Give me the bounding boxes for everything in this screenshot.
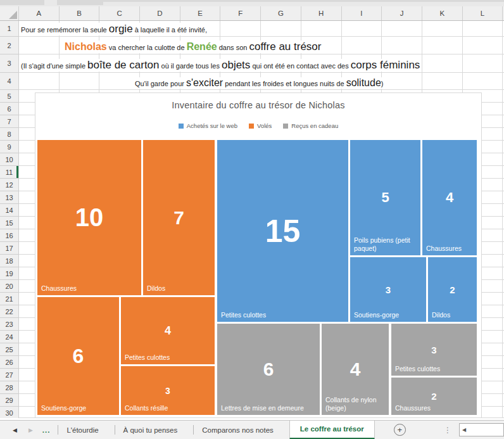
treemap-block-web-petites-culottes[interactable]: 15 Petites culottes	[217, 140, 348, 322]
row-header-14[interactable]: 14	[0, 204, 18, 217]
row-header-10[interactable]: 10	[0, 153, 18, 166]
legend-swatch-orange-icon	[249, 124, 254, 129]
row-header-4[interactable]: 4	[0, 73, 18, 90]
row-header-20[interactable]: 20	[0, 280, 18, 293]
sheet-overflow-indicator[interactable]: ...	[42, 426, 51, 434]
row-headers: 1 2 3 4 5 6 7 8 9 10 11 12 13 14 15 16 1…	[0, 21, 19, 418]
treemap-block-voles-collants-resille[interactable]: 3 Collants résille	[121, 366, 215, 415]
cell-text-segment: va chercher la culotte de	[107, 44, 187, 51]
row-header-3[interactable]: 3	[0, 54, 18, 73]
cell-text-segment: à laquelle il a été invité,	[133, 26, 207, 34]
row-header-24[interactable]: 24	[0, 331, 18, 343]
treemap-value: 4	[422, 140, 477, 255]
treemap-block-web-poils-pubiens[interactable]: 5 Poils pubiens (petit paquet)	[350, 140, 420, 255]
row-header-1[interactable]: 1	[0, 21, 18, 37]
row-header-25[interactable]: 25	[0, 343, 18, 356]
treemap-block-cadeau-petites-culottes[interactable]: 3 Petites culottes	[391, 324, 477, 376]
row-header-11-selected[interactable]: 11	[0, 166, 18, 179]
sheet-nav-right-icon[interactable]: ▶	[28, 427, 33, 433]
sheet-tab-comparons-nos-notes[interactable]: Comparons nos notes	[194, 421, 282, 439]
column-header-C[interactable]: C	[99, 6, 140, 20]
row-header-8[interactable]: 8	[0, 128, 18, 141]
row-header-16[interactable]: 16	[0, 229, 18, 242]
cell-row4-text[interactable]: Qu'il garde pour s'exciter pendant les f…	[133, 77, 385, 89]
chart-title[interactable]: Inventaire du coffre au trésor de Nichol…	[35, 100, 481, 110]
column-header-J[interactable]: J	[382, 6, 422, 20]
row-header-12[interactable]: 12	[0, 179, 18, 191]
column-header-G[interactable]: G	[261, 6, 301, 20]
column-header-L[interactable]: L	[463, 6, 503, 20]
sheet-tab-le-coffre-au-tresor-active[interactable]: Le coffre au trésor	[289, 421, 375, 439]
treemap-block-web-chaussures[interactable]: 4 Chaussures	[422, 140, 477, 255]
cell-text-segment: Qu'il garde pour	[135, 80, 186, 87]
row-header-26[interactable]: 26	[0, 356, 18, 369]
cell-row1-text[interactable]: Pour se remémorer la seule orgie à laque…	[19, 23, 209, 35]
legend-item-cadeau[interactable]: Reçus en cadeau	[283, 122, 338, 129]
row-header-7[interactable]: 7	[0, 115, 18, 128]
select-all-corner[interactable]	[0, 6, 19, 20]
cell-text-segment: (Il s'agit d'une simple	[21, 62, 87, 70]
treemap-block-cadeau-collants-nylon[interactable]: 4 Collants de nylon (beige)	[322, 324, 389, 415]
treemap-label: Chaussures	[395, 404, 474, 412]
legend-item-web[interactable]: Achetés sur le web	[179, 122, 237, 129]
row-header-23[interactable]: 23	[0, 318, 18, 331]
column-header-B[interactable]: B	[60, 6, 100, 20]
row-header-13[interactable]: 13	[0, 191, 18, 204]
row-header-21[interactable]: 21	[0, 293, 18, 305]
horizontal-scrollbar[interactable]: ◀	[459, 423, 504, 436]
more-options-icon[interactable]: ⋮	[444, 426, 451, 435]
column-header-K[interactable]: K	[422, 6, 463, 20]
cell-row3-text[interactable]: (Il s'agit d'une simple boîte de carton …	[19, 59, 422, 72]
scroll-left-icon: ◀	[462, 427, 466, 433]
treemap-block-voles-petites-culottes[interactable]: 4 Petites culottes	[121, 297, 215, 364]
legend-item-voles[interactable]: Volés	[249, 122, 272, 129]
treemap-block-voles-dildos[interactable]: 7 Dildos	[143, 140, 215, 295]
treemap-value: 15	[217, 140, 348, 322]
row-header-2[interactable]: 2	[0, 37, 18, 54]
cell-text-segment: objets	[222, 59, 250, 71]
treemap-block-cadeau-lettres[interactable]: 6 Lettres de mise en demeure	[217, 324, 320, 415]
treemap-label: Poils pubiens (petit paquet)	[354, 236, 418, 253]
treemap-label: Collants résille	[125, 404, 212, 412]
formula-input-remnant	[103, 0, 504, 2]
cell-text-segment: pendant les froides et longues nuits de	[223, 80, 346, 87]
treemap-block-voles-chaussures[interactable]: 10 Chaussures	[37, 140, 141, 295]
column-header-A[interactable]: A	[19, 6, 60, 20]
row-header-9[interactable]: 9	[0, 141, 18, 153]
row-header-6[interactable]: 6	[0, 103, 18, 115]
treemap-block-web-dildos[interactable]: 2 Dildos	[428, 257, 477, 322]
sheet-nav-left-icon[interactable]: ◀	[13, 427, 17, 433]
treemap-block-voles-soutiens-gorge[interactable]: 6 Soutiens-gorge	[37, 297, 119, 415]
row-header-18[interactable]: 18	[0, 255, 18, 267]
treemap-block-web-soutiens-gorge[interactable]: 3 Soutiens-gorge	[350, 257, 426, 322]
row-header-28[interactable]: 28	[0, 381, 18, 394]
treemap-value: 7	[143, 140, 215, 295]
sheet-tab-letourdie[interactable]: L'étourdie	[58, 421, 106, 439]
select-all-triangle-icon	[9, 11, 17, 19]
formula-bar-remnant	[0, 0, 504, 6]
new-sheet-button[interactable]: +	[394, 424, 406, 436]
row-header-17[interactable]: 17	[0, 242, 18, 255]
column-headers: A B C D E F G H I J K L	[0, 6, 504, 21]
row-header-22[interactable]: 22	[0, 305, 18, 318]
column-header-I[interactable]: I	[342, 6, 382, 20]
column-header-D[interactable]: D	[140, 6, 180, 20]
treemap-label: Collants de nylon (beige)	[325, 396, 386, 412]
row-header-15[interactable]: 15	[0, 217, 18, 229]
row-header-5[interactable]: 5	[0, 90, 18, 103]
treemap-block-cadeau-chaussures[interactable]: 2 Chaussures	[391, 378, 477, 415]
column-header-H[interactable]: H	[301, 6, 342, 20]
column-header-E[interactable]: E	[180, 6, 221, 20]
cell-row2-text[interactable]: Nicholas va chercher la culotte de Renée…	[63, 41, 323, 53]
treemap-chart[interactable]: Inventaire du coffre au trésor de Nichol…	[35, 92, 482, 418]
row-header-30[interactable]: 30	[0, 407, 18, 418]
row-header-27[interactable]: 27	[0, 369, 18, 381]
row-header-19[interactable]: 19	[0, 267, 18, 280]
row-header-29[interactable]: 29	[0, 394, 18, 407]
sheet-tab-a-quoi-tu-penses[interactable]: À quoi tu penses	[115, 421, 186, 439]
cell-text-segment: s'exciter	[186, 77, 223, 88]
cell-text-segment: boîte de carton	[87, 59, 159, 71]
column-header-F[interactable]: F	[220, 6, 261, 20]
treemap-label: Soutiens-gorge	[41, 404, 117, 412]
treemap-label: Chaussures	[426, 245, 474, 253]
